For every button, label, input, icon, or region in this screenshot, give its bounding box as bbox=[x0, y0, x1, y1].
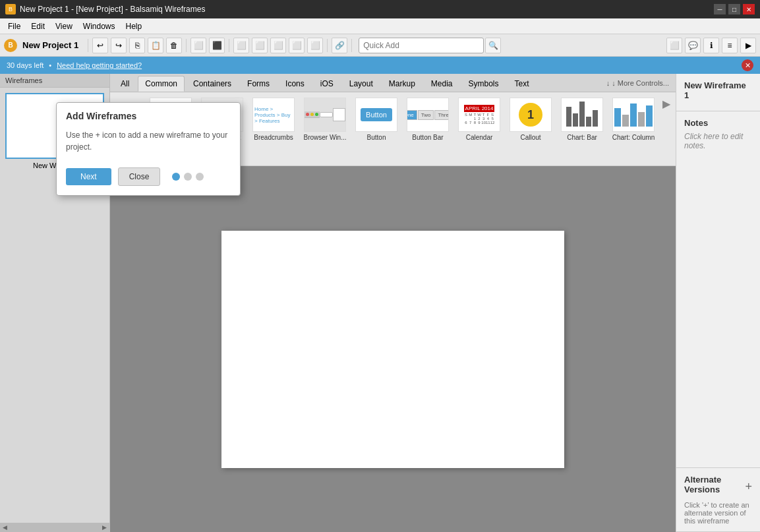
dialog-dots bbox=[172, 173, 204, 181]
dialog-overlay: Add Wireframes Use the + icon to add a n… bbox=[0, 0, 760, 532]
dialog-footer: Next Close bbox=[57, 162, 240, 195]
dialog-dot-2 bbox=[184, 173, 192, 181]
dialog-title: Add Wireframes bbox=[57, 103, 240, 125]
dialog-dot-1 bbox=[172, 173, 180, 181]
dialog-body: Use the + icon to add a new wireframe to… bbox=[57, 125, 240, 162]
dialog-next-button[interactable]: Next bbox=[66, 168, 111, 185]
add-wireframes-dialog: Add Wireframes Use the + icon to add a n… bbox=[56, 102, 241, 196]
dialog-close-button[interactable]: Close bbox=[118, 167, 161, 186]
dialog-dot-3 bbox=[196, 173, 204, 181]
